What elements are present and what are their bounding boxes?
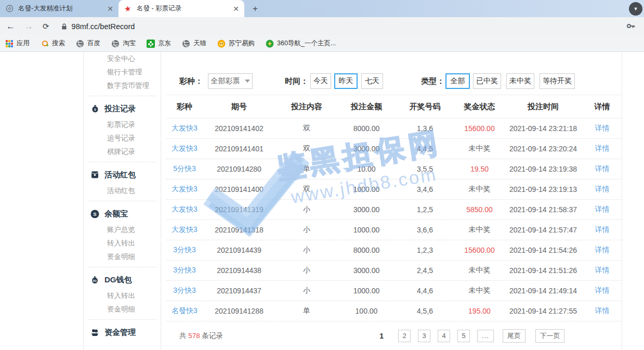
detail-link[interactable]: 详情	[582, 306, 622, 316]
cell-content: 小	[275, 245, 338, 255]
page-ellipsis-button[interactable]: ...	[477, 330, 494, 342]
svg-text:DG: DG	[93, 279, 97, 282]
detail-link[interactable]: 详情	[582, 185, 622, 194]
type-filter-等待开奖[interactable]: 等待开奖	[540, 73, 575, 89]
sidebar-item-数字货币管理[interactable]: 数字货币管理	[84, 79, 161, 93]
cell-numbers: 3,6,6	[395, 226, 455, 234]
close-icon[interactable]: ✕	[233, 5, 239, 13]
circle-slash-icon	[5, 5, 14, 13]
sidebar-section-DG钱包[interactable]: DGDG钱包	[84, 270, 161, 289]
table-row: 大发快3202109141401双3000.004,4,5未中奖2021-09-…	[166, 139, 622, 159]
cell-prize: 19.50	[455, 165, 504, 173]
bookmark-item[interactable]: 苏宁易购	[217, 39, 255, 48]
record-total: 共 578 条记录	[179, 331, 223, 341]
sidebar-item-银行卡管理[interactable]: 银行卡管理	[84, 66, 161, 79]
table-row: 大发快3202109141402双8000.001,3,615600.00202…	[166, 119, 622, 139]
sidebar-divider	[88, 96, 156, 96]
sidebar-section-余额宝[interactable]: S余额宝	[84, 204, 161, 223]
cell-amount: 3000.00	[338, 145, 395, 153]
cell-amount: 1000.00	[338, 226, 395, 234]
bookmark-item[interactable]: 搜索	[41, 39, 65, 48]
sidebar-item-棋牌记录[interactable]: 棋牌记录	[84, 145, 161, 159]
sidebar-section-label[interactable]: DG钱包	[104, 275, 132, 285]
page-button-4[interactable]: 4	[438, 330, 450, 342]
url-field[interactable]: 98mf.cc/betRecord	[72, 22, 135, 31]
key-icon[interactable]	[626, 22, 636, 32]
globe-icon	[111, 40, 120, 48]
tab-title: 名發-大发精准计划	[18, 4, 104, 13]
sidebar-section-投注记录[interactable]: 投注记录	[84, 99, 161, 118]
cell-prize: 5850.00	[455, 205, 504, 214]
detail-link[interactable]: 详情	[582, 286, 622, 295]
lottery-select[interactable]: 全部彩票	[208, 73, 253, 89]
type-filter-已中奖[interactable]: 已中奖	[473, 73, 501, 89]
tab-plan-page[interactable]: 名發-大发精准计划 ✕	[0, 0, 119, 17]
sidebar-section-label[interactable]: 余额宝	[104, 209, 128, 219]
page-button-5[interactable]: 5	[457, 330, 470, 342]
cell-time: 2021-09-14 21:58:37	[504, 205, 582, 214]
cell-numbers: 4,4,6	[395, 287, 455, 295]
detail-link[interactable]: 详情	[582, 245, 622, 255]
sidebar-item-转入转出[interactable]: 转入转出	[84, 237, 161, 250]
cell-lottery: 3分快3	[166, 286, 203, 295]
back-icon[interactable]: ←	[6, 21, 15, 32]
bookmark-item[interactable]: 百度	[76, 39, 100, 48]
browser-menu-button[interactable]: ▼	[629, 2, 642, 16]
detail-link[interactable]: 详情	[582, 144, 622, 153]
sidebar-item-追号记录[interactable]: 追号记录	[84, 132, 161, 145]
page-button-3[interactable]: 3	[418, 330, 430, 342]
type-filter-未中奖[interactable]: 未中奖	[506, 73, 534, 89]
detail-link[interactable]: 详情	[582, 124, 622, 133]
type-filter-全部[interactable]: 全部	[445, 73, 470, 89]
detail-link[interactable]: 详情	[582, 164, 622, 174]
sidebar-section-资金管理[interactable]: 资金管理	[84, 323, 161, 342]
nav360-icon	[266, 40, 274, 48]
sidebar-item-资金明细[interactable]: 资金明细	[84, 250, 161, 264]
time-filter-今天[interactable]: 今天	[310, 73, 331, 89]
main-content: 彩种： 全部彩票 时间： 今天昨天七天 类型： 全部已中奖未中奖等待开奖 彩种期…	[166, 52, 622, 350]
sidebar-item-彩票记录[interactable]: 彩票记录	[84, 118, 161, 132]
new-tab-button[interactable]: +	[253, 4, 258, 14]
apps-grid-icon	[5, 40, 14, 48]
detail-link[interactable]: 详情	[582, 205, 622, 214]
time-filter-七天[interactable]: 七天	[361, 73, 383, 89]
forward-icon[interactable]: →	[24, 21, 33, 32]
bookmark-item[interactable]: 360导航_一个主页...	[266, 39, 336, 48]
column-header: 投注金额	[338, 102, 395, 112]
lock-icon[interactable]	[61, 23, 68, 30]
sidebar-item-资金明细[interactable]: 资金明细	[84, 303, 161, 316]
sidebar-item-账户总览[interactable]: 账户总览	[84, 223, 161, 237]
cell-time: 2021-09-14 21:27:55	[504, 307, 582, 315]
tab-bet-record[interactable]: ★ 名發 - 彩票记录 ✕	[119, 0, 244, 17]
bookmark-label: 应用	[17, 39, 30, 48]
cell-lottery: 名發快3	[166, 306, 203, 316]
sidebar-section-label[interactable]: 资金管理	[104, 328, 136, 338]
bookmark-label: 搜索	[52, 39, 65, 48]
bookmark-item[interactable]: 天猫	[182, 39, 206, 48]
bookmark-item[interactable]: 应用	[5, 39, 30, 48]
cell-amount: 1000.00	[338, 185, 395, 193]
reload-icon[interactable]: ⟳	[43, 22, 49, 31]
bookmark-item[interactable]: 淘宝	[111, 39, 136, 48]
sidebar-section-label[interactable]: 活动红包	[104, 170, 136, 180]
sidebar-section-label[interactable]: 投注记录	[104, 104, 136, 114]
table-row: 大发快3202109141400双1000.003,4,6未中奖2021-09-…	[166, 179, 622, 200]
last-page-button[interactable]: 尾页	[503, 329, 525, 343]
sidebar-item-安全中心[interactable]: 安全中心	[84, 52, 161, 66]
detail-link[interactable]: 详情	[582, 225, 622, 235]
cell-issue: 202109141318	[203, 226, 275, 234]
close-icon[interactable]: ✕	[107, 5, 113, 13]
cell-time: 2021-09-14 23:20:24	[504, 145, 582, 153]
bookmark-label: 京东	[158, 39, 171, 48]
bookmark-label: 天猫	[193, 39, 206, 48]
sidebar-section-活动红包[interactable]: 活动红包	[84, 165, 161, 184]
time-filter-昨天[interactable]: 昨天	[334, 73, 358, 89]
cell-lottery: 大发快3	[166, 124, 203, 133]
sidebar-item-转入转出[interactable]: 转入转出	[84, 289, 161, 303]
next-page-button[interactable]: 下一页	[535, 329, 564, 343]
sidebar-item-活动红包[interactable]: 活动红包	[84, 184, 161, 198]
detail-link[interactable]: 详情	[582, 266, 622, 275]
bookmark-label: 360导航_一个主页...	[277, 39, 336, 48]
page-button-2[interactable]: 2	[398, 330, 411, 342]
bookmark-item[interactable]: 京东	[147, 39, 171, 48]
